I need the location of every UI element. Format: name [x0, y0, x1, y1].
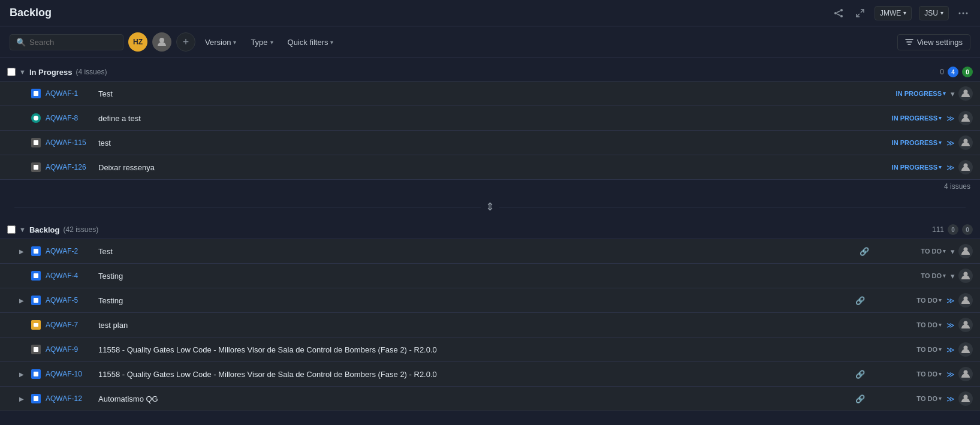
table-row[interactable]: AQWAF-4 Testing TO DO ▾ ▾ [0, 264, 980, 288]
assignee-avatar[interactable] [958, 391, 973, 406]
issue-actions: ≫ [946, 160, 973, 174]
issue-key[interactable]: AQWAF-12 [46, 394, 94, 403]
issue-key[interactable]: AQWAF-9 [46, 345, 94, 354]
issue-key[interactable]: AQWAF-115 [46, 138, 94, 147]
issue-key[interactable]: AQWAF-5 [46, 296, 94, 305]
issue-summary: Testing [98, 272, 869, 281]
divider-icon[interactable]: ⇕ [486, 200, 494, 213]
quick-filters-chevron: ▾ [330, 39, 333, 46]
assignee-avatar[interactable] [958, 111, 973, 125]
priority-double-chevron: ≫ [946, 345, 955, 354]
issue-actions: ≫ [946, 111, 973, 125]
add-member-button[interactable]: + [176, 32, 195, 52]
issue-key[interactable]: AQWAF-7 [46, 321, 94, 329]
backlog-section: ▼ Backlog (42 issues) 111 0 0 ▶ AQWAF-2 … [0, 221, 980, 411]
toolbar: 🔍 HZ + Version ▾ Type ▾ Quick filters ▾ … [0, 26, 980, 58]
jmwe-user-menu[interactable]: JMWE ▾ [875, 6, 912, 20]
table-row[interactable]: ▶ AQWAF-5 Testing 🔗 TO DO ▾ ≫ [0, 288, 980, 313]
issue-status[interactable]: IN PROGRESS ▾ [870, 114, 942, 122]
issue-key[interactable]: AQWAF-2 [46, 247, 94, 255]
issue-summary: Test [98, 89, 869, 98]
assignee-avatar[interactable] [958, 244, 973, 258]
table-row[interactable]: AQWAF-115 test IN PROGRESS ▾ ≫ [0, 131, 980, 155]
issue-status[interactable]: TO DO ▾ [870, 370, 942, 378]
issue-key[interactable]: AQWAF-4 [46, 272, 94, 280]
in-progress-checkbox[interactable] [7, 68, 16, 76]
issue-key[interactable]: AQWAF-10 [46, 370, 94, 378]
issue-key[interactable]: AQWAF-1 [46, 89, 94, 98]
issue-status[interactable]: IN PROGRESS ▾ [870, 139, 942, 146]
view-settings-button[interactable]: View settings [897, 34, 970, 50]
table-row[interactable]: AQWAF-7 test plan TO DO ▾ ≫ [0, 313, 980, 337]
more-options-button[interactable] [956, 10, 970, 17]
issue-status[interactable]: TO DO ▾ [870, 346, 942, 353]
row-expand-icon[interactable]: ▶ [19, 396, 26, 402]
assignee-avatar[interactable] [958, 160, 973, 174]
assignee-avatar[interactable] [958, 86, 973, 101]
priority-arrow-icon: ▾ [951, 272, 955, 281]
assignee-avatar[interactable] [958, 293, 973, 308]
backlog-header[interactable]: ▼ Backlog (42 issues) 111 0 0 [0, 221, 980, 239]
svg-rect-17 [34, 165, 38, 170]
share-button[interactable] [831, 6, 846, 20]
avatar-gray[interactable] [152, 32, 171, 52]
issue-status[interactable]: TO DO ▾ [870, 395, 942, 402]
table-row[interactable]: ▶ AQWAF-12 Automatismo QG 🔗 TO DO ▾ ≫ [0, 387, 980, 411]
search-input[interactable] [29, 38, 117, 47]
type-dropdown[interactable]: Type ▾ [246, 35, 278, 50]
row-expand-icon[interactable]: ▶ [19, 371, 26, 378]
story-icon [31, 296, 41, 305]
svg-rect-30 [34, 372, 38, 376]
avatar-hz[interactable]: HZ [128, 32, 147, 52]
assignee-avatar[interactable] [958, 367, 973, 381]
story-icon [31, 394, 41, 403]
priority-double-chevron: ≫ [946, 394, 955, 403]
jsu-user-menu[interactable]: JSU ▾ [919, 6, 949, 20]
issue-status[interactable]: TO DO ▾ [870, 297, 942, 304]
issue-actions: ▾ [951, 244, 973, 258]
table-row[interactable]: ▶ AQWAF-10 11558 - Quality Gates Low Cod… [0, 362, 980, 387]
assignee-avatar[interactable] [958, 269, 973, 283]
table-row[interactable]: AQWAF-9 11558 - Quality Gates Low Code -… [0, 337, 980, 362]
search-box[interactable]: 🔍 [10, 34, 123, 50]
svg-point-8 [963, 12, 964, 14]
assignee-avatar[interactable] [958, 318, 973, 332]
svg-point-1 [834, 12, 837, 14]
issue-status[interactable]: TO DO ▾ [870, 321, 942, 328]
issue-status[interactable]: TO DO ▾ [874, 272, 946, 279]
svg-rect-11 [34, 91, 38, 96]
table-row[interactable]: AQWAF-8 define a test IN PROGRESS ▾ ≫ [0, 106, 980, 131]
table-row[interactable]: ▶ AQWAF-2 Test 🔗 TO DO ▾ ▾ [0, 239, 980, 264]
version-dropdown[interactable]: Version ▾ [200, 35, 241, 50]
issue-key[interactable]: AQWAF-126 [46, 163, 94, 171]
story-icon [31, 271, 41, 281]
issue-status[interactable]: TO DO ▾ [874, 248, 946, 255]
in-progress-name: In Progress [29, 68, 73, 77]
table-row[interactable]: AQWAF-1 Test IN PROGRESS ▾ ▾ [0, 82, 980, 106]
assignee-avatar[interactable] [958, 135, 973, 150]
header-right: JMWE ▾ JSU ▾ [831, 6, 970, 20]
expand-button[interactable] [853, 6, 867, 20]
issue-status[interactable]: IN PROGRESS ▾ [870, 164, 942, 171]
in-progress-toggle[interactable]: ▼ [19, 68, 26, 76]
table-row[interactable]: AQWAF-126 Deixar ressenya IN PROGRESS ▾ … [0, 155, 980, 179]
subtask-icon [31, 138, 41, 147]
issue-key[interactable]: AQWAF-8 [46, 114, 94, 122]
svg-point-10 [159, 38, 164, 43]
priority-double-chevron: ≫ [946, 163, 955, 172]
assignee-avatar[interactable] [958, 342, 973, 357]
issue-summary: Test [98, 247, 855, 256]
backlog-checkbox[interactable] [7, 225, 16, 234]
in-progress-count: (4 issues) [76, 68, 107, 76]
backlog-toggle[interactable]: ▼ [19, 226, 26, 233]
row-expand-icon[interactable]: ▶ [19, 297, 26, 304]
svg-point-2 [840, 15, 843, 17]
row-expand-icon[interactable]: ▶ [19, 248, 26, 255]
issue-summary: 11558 - Quality Gates Low Code - Millore… [98, 345, 865, 354]
in-progress-header[interactable]: ▼ In Progress (4 issues) 0 4 0 [0, 63, 980, 81]
svg-point-9 [966, 12, 968, 14]
issue-status[interactable]: IN PROGRESS ▾ [874, 90, 946, 97]
in-progress-issues-count: 4 issues [0, 180, 980, 193]
quick-filters-dropdown[interactable]: Quick filters ▾ [283, 35, 339, 50]
priority-double-chevron: ≫ [946, 114, 955, 123]
